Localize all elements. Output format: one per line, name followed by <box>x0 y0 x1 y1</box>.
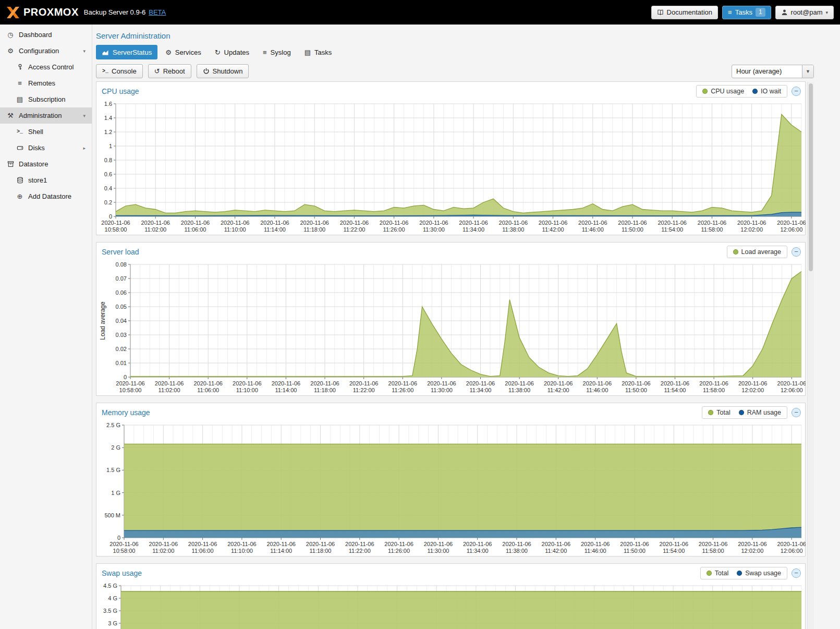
svg-text:0.04: 0.04 <box>116 318 127 324</box>
vertical-scrollbar[interactable] <box>807 82 814 629</box>
product-subtitle: Backup Server 0.9-6 <box>84 8 146 16</box>
cpu-usage-panel: CPU usage CPU usage IO wait − <box>96 81 806 235</box>
chevron-down-icon: ▾ <box>83 49 86 54</box>
collapse-panel-button[interactable]: − <box>792 87 801 96</box>
svg-text:0.8: 0.8 <box>104 157 112 163</box>
svg-text:2020-11-06: 2020-11-06 <box>660 541 688 547</box>
tab-label: Services <box>175 49 201 56</box>
svg-text:2020-11-06: 2020-11-06 <box>419 220 448 226</box>
svg-text:11:50:00: 11:50:00 <box>625 387 647 393</box>
documentation-label: Documentation <box>667 8 712 16</box>
sidebar-item-administration[interactable]: ⚒ Administration ▾ <box>0 107 92 124</box>
time-range-value: Hour (average) <box>732 67 802 75</box>
svg-text:12:06:00: 12:06:00 <box>781 387 803 393</box>
svg-text:2020-11-06: 2020-11-06 <box>661 380 689 386</box>
legend-label: IO wait <box>761 88 781 95</box>
sidebar-item-dashboard[interactable]: ◷ Dashboard <box>0 27 92 43</box>
proxmox-x-icon <box>6 6 20 19</box>
svg-text:11:02:00: 11:02:00 <box>152 548 174 554</box>
svg-text:11:54:00: 11:54:00 <box>664 387 686 393</box>
collapse-panel-button[interactable]: − <box>792 247 801 257</box>
chevron-down-icon: ▾ <box>83 113 86 118</box>
svg-text:11:58:00: 11:58:00 <box>702 548 724 554</box>
svg-text:11:38:00: 11:38:00 <box>502 226 524 233</box>
svg-text:1.2: 1.2 <box>104 129 112 135</box>
shutdown-button[interactable]: Shutdown <box>197 64 249 78</box>
svg-text:2020-11-06: 2020-11-06 <box>101 220 130 226</box>
refresh-icon: ↻ <box>215 49 221 56</box>
status-toolbar: >_ Console ↺ Reboot Shutdown Hour (avera… <box>96 64 814 78</box>
time-range-select[interactable]: Hour (average) ▼ <box>732 65 814 78</box>
svg-text:10:58:00: 10:58:00 <box>105 226 127 233</box>
svg-text:2020-11-06: 2020-11-06 <box>539 220 567 226</box>
tab-tasks[interactable]: ▤ Tasks <box>299 45 338 59</box>
sidebar-item-datastore[interactable]: Datastore <box>0 156 92 172</box>
svg-text:11:26:00: 11:26:00 <box>388 548 410 554</box>
svg-text:2020-11-06: 2020-11-06 <box>459 220 488 226</box>
page-title: Server Administration <box>96 31 814 40</box>
cpu-chart-legend: CPU usage IO wait <box>696 85 787 98</box>
documentation-button[interactable]: Documentation <box>651 6 718 19</box>
reboot-icon: ↺ <box>154 67 160 75</box>
svg-text:0.2: 0.2 <box>104 199 112 205</box>
svg-text:11:42:00: 11:42:00 <box>542 226 564 233</box>
collapse-panel-button[interactable]: − <box>792 408 801 417</box>
tab-serverstatus[interactable]: ServerStatus <box>96 45 157 59</box>
terminal-icon: >_ <box>102 68 108 74</box>
tab-services[interactable]: ⚙ Services <box>160 45 207 59</box>
panel-title: Server load <box>102 248 139 256</box>
tasks-button[interactable]: ≡ Tasks 1 <box>722 6 771 19</box>
svg-text:11:10:00: 11:10:00 <box>231 548 253 554</box>
panel-title: Swap usage <box>102 569 142 577</box>
area-chart-icon <box>102 49 109 56</box>
svg-text:1: 1 <box>109 143 112 149</box>
svg-text:12:02:00: 12:02:00 <box>741 548 763 554</box>
tab-syslog[interactable]: ≡ Syslog <box>257 45 297 59</box>
sidebar-item-disks[interactable]: Disks ▸ <box>0 140 92 156</box>
server-load-panel: Server load Load average − 00.010.020.03… <box>96 242 806 396</box>
reboot-button[interactable]: ↺ Reboot <box>148 64 191 78</box>
svg-text:11:06:00: 11:06:00 <box>192 548 214 554</box>
svg-text:11:38:00: 11:38:00 <box>508 387 530 393</box>
sidebar-item-shell[interactable]: >_ Shell <box>0 124 92 140</box>
remotes-list-icon: ≡ <box>16 79 24 87</box>
sidebar-item-access-control[interactable]: Access Control <box>0 59 92 75</box>
svg-text:0.4: 0.4 <box>104 185 112 191</box>
legend-item: CPU usage <box>702 88 744 95</box>
sidebar-item-remotes[interactable]: ≡ Remotes <box>0 75 92 91</box>
sidebar-item-label: Disks <box>28 144 45 152</box>
proxmox-logo: PROXMOX <box>6 6 79 19</box>
user-icon <box>781 9 788 16</box>
tab-updates[interactable]: ↻ Updates <box>209 45 255 59</box>
svg-text:2020-11-06: 2020-11-06 <box>583 380 612 386</box>
svg-text:11:50:00: 11:50:00 <box>622 226 643 233</box>
scrollbar-thumb[interactable] <box>809 83 813 271</box>
legend-label: CPU usage <box>711 88 744 95</box>
svg-text:11:26:00: 11:26:00 <box>392 387 413 393</box>
hdd-icon <box>16 144 24 151</box>
sidebar-item-add-datastore[interactable]: ⊕ Add Datastore <box>0 188 92 204</box>
svg-text:12:06:00: 12:06:00 <box>780 226 802 233</box>
combo-trigger[interactable]: ▼ <box>802 65 813 78</box>
collapse-panel-button[interactable]: − <box>792 568 801 578</box>
tab-label: Tasks <box>314 49 332 56</box>
svg-text:0.07: 0.07 <box>116 275 127 282</box>
tasks-count-badge: 1 <box>756 8 765 17</box>
archive-box-icon <box>6 161 15 167</box>
sidebar-item-store1[interactable]: store1 <box>0 172 92 188</box>
svg-text:4 G: 4 G <box>108 595 117 601</box>
sidebar-item-configuration[interactable]: ⚙ Configuration ▾ <box>0 43 92 59</box>
user-menu-button[interactable]: root@pam ▾ <box>775 6 834 19</box>
svg-text:1.4: 1.4 <box>104 115 112 121</box>
svg-text:2020-11-06: 2020-11-06 <box>424 541 453 547</box>
svg-text:2020-11-06: 2020-11-06 <box>149 541 178 547</box>
sidebar-item-label: Remotes <box>28 79 55 87</box>
svg-text:2020-11-06: 2020-11-06 <box>388 380 417 386</box>
console-button[interactable]: >_ Console <box>96 64 143 78</box>
legend-item: Total <box>708 409 730 416</box>
beta-link[interactable]: BETA <box>149 8 166 16</box>
svg-text:2020-11-06: 2020-11-06 <box>777 220 806 226</box>
legend-label: Swap usage <box>745 570 781 577</box>
memory-usage-panel: Memory usage Total RAM usage − <box>96 403 806 557</box>
sidebar-item-subscription[interactable]: ▤ Subscription <box>0 91 92 107</box>
